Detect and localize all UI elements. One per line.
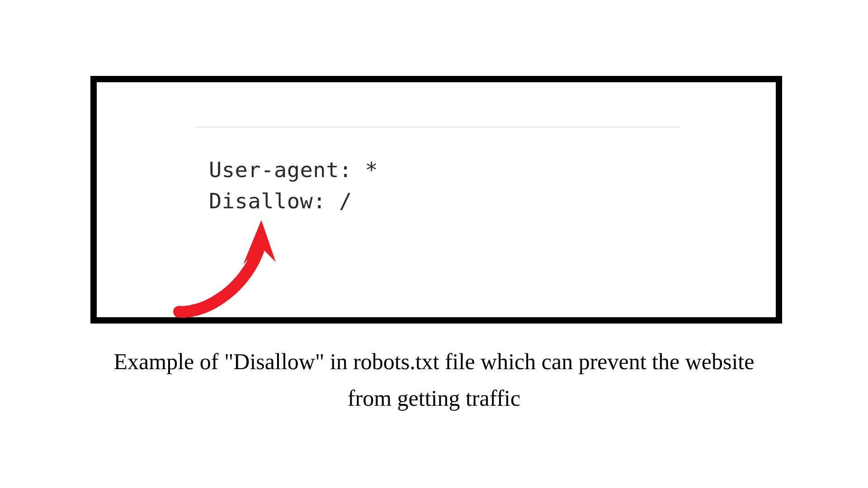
robots-txt-code: User-agent: * Disallow: / [209, 155, 378, 216]
code-line-disallow: Disallow: / [209, 186, 378, 217]
figure-caption: Example of "Disallow" in robots.txt file… [0, 343, 868, 417]
code-line-user-agent: User-agent: * [209, 155, 378, 186]
screenshot-frame [90, 76, 782, 324]
divider-line [194, 127, 680, 127]
figure-canvas: User-agent: * Disallow: / Example of "Di… [0, 0, 868, 488]
